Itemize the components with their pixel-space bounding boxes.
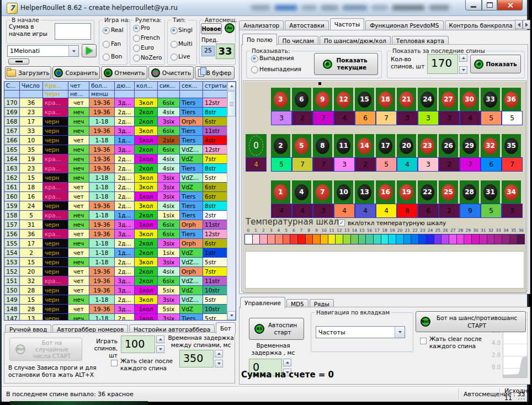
table-row[interactable]: 15315черннеч1-182д...3кол3sixVdZ...5str bbox=[4, 258, 227, 267]
clear-after-spin-checkbox[interactable] bbox=[111, 360, 118, 366]
table-row[interactable]: 14915черннеч1-182д...3кол3sixVdZ...5str bbox=[4, 295, 227, 305]
temperature-scale-checkbox[interactable]: ✓ bbox=[338, 220, 345, 226]
table-scrollbar[interactable] bbox=[227, 82, 236, 320]
tab-autobets[interactable]: Автоставки bbox=[285, 20, 329, 30]
bot-delay-spinner[interactable]: 350 bbox=[179, 350, 223, 367]
save-button[interactable]: Сохранить bbox=[52, 66, 100, 79]
board-number-13[interactable]: 13 bbox=[355, 180, 374, 204]
table-row[interactable]: 15028чернчет19-363д...1кол5sixVdZ10str bbox=[4, 286, 227, 295]
tab-control[interactable]: Управление bbox=[240, 297, 285, 308]
column-header[interactable]: кол... bbox=[135, 82, 158, 98]
table-row[interactable]: 16610чернчет1-181д...1кол2sixTiers4str bbox=[4, 136, 227, 145]
column-header[interactable]: бол...менш bbox=[89, 82, 115, 98]
board-number-0[interactable]: 0 bbox=[246, 134, 267, 157]
autoshift-as-icon[interactable]: As bbox=[225, 23, 235, 33]
board-number-23[interactable]: 23 bbox=[418, 134, 437, 157]
play-button[interactable] bbox=[82, 44, 97, 57]
board-number-17[interactable]: 17 bbox=[376, 134, 395, 157]
copy-to-buffer-button[interactable]: В буфер bbox=[195, 66, 235, 79]
load-button[interactable]: Загрузить bbox=[5, 66, 51, 79]
tab-psevdoms[interactable]: Функционал PsevdoMS bbox=[365, 20, 443, 30]
board-number-1[interactable]: 1 bbox=[271, 180, 290, 204]
board-number-21[interactable]: 21 bbox=[397, 88, 416, 111]
column-header[interactable]: сек... bbox=[180, 82, 203, 98]
tab-analyzer[interactable]: Анализатор bbox=[239, 20, 284, 30]
column-header[interactable]: Кра...Черн bbox=[43, 82, 68, 98]
board-number-25[interactable]: 25 bbox=[439, 180, 458, 204]
table-row[interactable]: 16215черннеч1-182д...3кол3sixVdZ...5str bbox=[4, 173, 227, 183]
board-number-27[interactable]: 27 bbox=[439, 88, 458, 111]
table-row[interactable]: 15220чернчет19-362д...2кол4sixOrph7str bbox=[4, 267, 227, 276]
board-number-10[interactable]: 10 bbox=[334, 180, 353, 204]
table-row[interactable]: 15132кра...чет19-363д...2кол6sixVdZ...11… bbox=[4, 276, 227, 286]
subtab-by-field[interactable]: По полю bbox=[242, 34, 277, 45]
board-number-4[interactable]: 4 bbox=[292, 180, 311, 204]
combo-dropdown-button[interactable] bbox=[68, 46, 78, 56]
table-row[interactable]: 15924чернчет19-362д...3кол4sixTiers8str bbox=[4, 201, 227, 211]
spinner-down-button[interactable] bbox=[459, 66, 467, 74]
board-number-6[interactable]: 6 bbox=[292, 88, 311, 111]
board-number-5[interactable]: 5 bbox=[292, 134, 311, 157]
table-row[interactable]: 1585кра...неч1-181д...2кол1sixTiers2str bbox=[4, 211, 227, 220]
table-row[interactable]: 14713черннеч1-182д...1кол3sixTiers5str bbox=[4, 314, 227, 320]
resize-grip[interactable] bbox=[518, 393, 526, 401]
scroll-down-button[interactable] bbox=[227, 311, 236, 320]
table-row[interactable]: 16817черннеч1-182д...2кол3sixOrph6str bbox=[4, 117, 227, 126]
radio-nozero[interactable] bbox=[133, 55, 140, 62]
board-number-32[interactable]: 32 bbox=[481, 134, 500, 157]
clear-after-spin-checkbox-2[interactable] bbox=[420, 338, 427, 344]
last-spins-spinner[interactable]: 170 bbox=[427, 54, 467, 74]
spinner-up-button[interactable] bbox=[283, 359, 291, 366]
collapse-button[interactable] bbox=[8, 58, 29, 65]
spinner-down-button[interactable] bbox=[215, 360, 223, 367]
board-number-30[interactable]: 30 bbox=[460, 88, 479, 111]
board-number-3[interactable]: 3 bbox=[271, 88, 290, 111]
board-number-19[interactable]: 19 bbox=[397, 180, 416, 204]
table-row[interactable]: 15636кра...чет19-363д...3кол6sixTiers12s… bbox=[4, 230, 227, 239]
table-row[interactable]: 17036кра...чет19-363д...3кол6sixTiers12s… bbox=[4, 98, 227, 108]
radio-singl[interactable] bbox=[171, 27, 178, 34]
board-number-26[interactable]: 26 bbox=[439, 134, 458, 157]
board-number-8[interactable]: 8 bbox=[313, 134, 332, 157]
radio-french[interactable] bbox=[133, 35, 140, 42]
board-number-20[interactable]: 20 bbox=[397, 134, 416, 157]
combo-dropdown-button[interactable] bbox=[395, 327, 405, 338]
table-row[interactable]: 15731черннеч19-363д...1кол6sixOrph11str bbox=[4, 220, 227, 230]
board-number-12[interactable]: 12 bbox=[334, 88, 353, 111]
board-number-9[interactable]: 9 bbox=[313, 88, 332, 111]
table-row[interactable]: 16323кра...неч19-362д...2кол4sixTiers8st… bbox=[4, 164, 227, 173]
table-row[interactable]: 16535черннеч19-363д...2кол6sixVdZ...12st… bbox=[4, 145, 227, 154]
radio-multi[interactable] bbox=[171, 41, 178, 48]
tab-bot[interactable]: Бот bbox=[216, 322, 236, 334]
column-header[interactable]: сик... bbox=[158, 82, 180, 98]
column-header[interactable]: стриты bbox=[203, 82, 227, 98]
tab-frequencies[interactable]: Частоты bbox=[330, 18, 364, 30]
board-number-14[interactable]: 14 bbox=[355, 134, 374, 157]
new-button[interactable]: Новое bbox=[201, 23, 222, 34]
table-row[interactable]: 16016кра...чет1-182д...1кол3sixTiers6str bbox=[4, 192, 227, 201]
board-number-7[interactable]: 7 bbox=[313, 180, 332, 204]
tab-navigation-combobox[interactable]: Частоты bbox=[316, 326, 405, 338]
show-current-button[interactable]: Показать текущие bbox=[314, 53, 378, 75]
autospin-start-button[interactable]: AS Автоспин старт bbox=[249, 318, 304, 340]
spinner-up-button[interactable] bbox=[459, 54, 467, 62]
board-number-18[interactable]: 18 bbox=[376, 88, 395, 111]
preset-combobox[interactable]: 1Melonati bbox=[7, 45, 79, 57]
column-header[interactable]: С... bbox=[4, 82, 20, 98]
spins-count-value[interactable]: 100 bbox=[121, 335, 155, 353]
last-spins-value[interactable]: 170 bbox=[427, 54, 458, 74]
minimize-button[interactable] bbox=[465, 0, 482, 10]
table-row[interactable]: 16733черннеч19-363д...3кол6sixTiers11str bbox=[4, 126, 227, 136]
board-number-28[interactable]: 28 bbox=[460, 180, 479, 204]
table-row[interactable]: 14828чернчет19-363д...1кол5sixVdZ10str bbox=[4, 305, 227, 314]
scroll-thumb[interactable] bbox=[227, 91, 236, 116]
tab-bankroll[interactable]: Контроль банкролла bbox=[445, 20, 517, 30]
board-number-22[interactable]: 22 bbox=[418, 180, 437, 204]
spinner-up-button[interactable] bbox=[156, 335, 164, 343]
spins-count-spinner[interactable]: 100 bbox=[121, 335, 164, 353]
table-row[interactable]: 16118кра...чет1-182д...3кол3sixVdZ6str bbox=[4, 183, 227, 192]
undo-button[interactable]: Отменить bbox=[101, 66, 147, 79]
radio-euro[interactable] bbox=[133, 45, 140, 52]
column-header[interactable]: дю... bbox=[115, 82, 135, 98]
radio-real[interactable] bbox=[103, 27, 110, 34]
